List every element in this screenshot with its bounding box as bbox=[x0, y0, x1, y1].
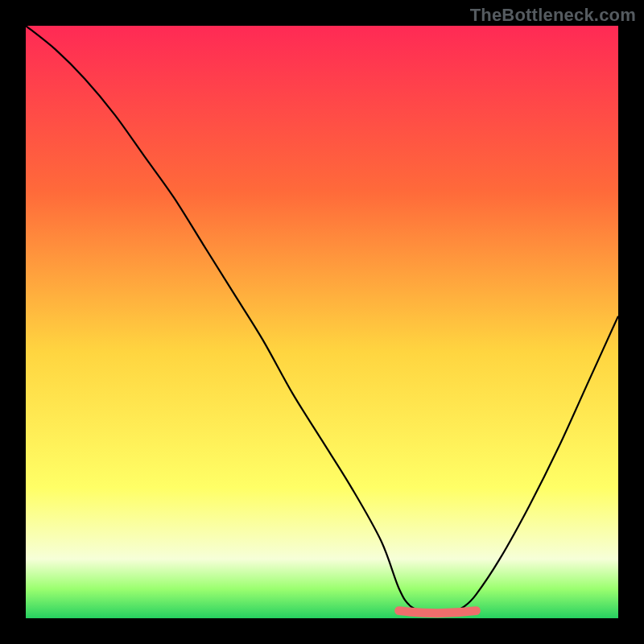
bottleneck-curve bbox=[26, 26, 618, 618]
plot-area bbox=[26, 26, 618, 618]
watermark-text: TheBottleneck.com bbox=[470, 5, 636, 26]
chart-frame: TheBottleneck.com bbox=[0, 0, 644, 644]
